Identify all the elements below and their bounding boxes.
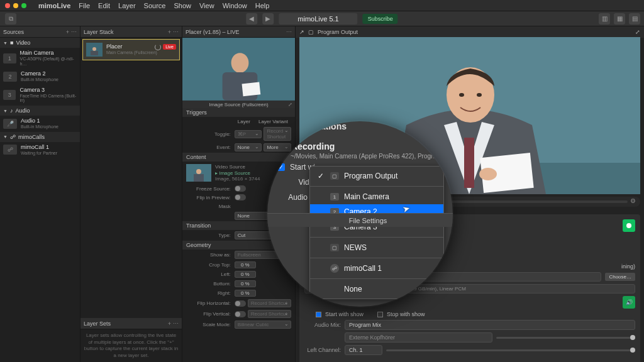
layer-preview xyxy=(182,38,295,101)
menu-mimocall-1[interactable]: ☍ mimoCall 1 xyxy=(310,261,443,276)
svg-point-19 xyxy=(626,223,631,228)
layers-more-button[interactable]: ⋯ xyxy=(173,29,179,35)
layers-panel: Layer Stack +⋯ PlacerMain Camera (Fullsc… xyxy=(80,26,182,362)
menu-news[interactable]: ▢ NEWS xyxy=(310,240,443,255)
triggers-group: Triggers xyxy=(182,108,295,117)
add-source-button[interactable]: + xyxy=(66,29,69,35)
camera-icon: 2 xyxy=(3,72,17,82)
output-device-select[interactable]: Externe Kopfhörer xyxy=(345,332,492,343)
freeze-toggle[interactable] xyxy=(235,185,246,192)
source-mimocall-1[interactable]: ☍ mimoCall 1Waiting for Partner xyxy=(0,142,80,158)
source-camera-3[interactable]: 3 Camera 3FaceTime HD Camera (Built-in) xyxy=(0,85,80,106)
add-layer-button[interactable]: + xyxy=(168,29,171,35)
video-source-menu[interactable]: ✓ ▢ Program Output 1 Main Camera 2 Camer… xyxy=(309,166,444,299)
props-more-button[interactable]: ⋯ xyxy=(286,29,292,35)
source-camera-2[interactable]: 2 Camera 2Built-in Microphone xyxy=(0,69,80,85)
loading-icon xyxy=(155,44,161,50)
menubar: mimoLive File Edit Layer Source Show Vie… xyxy=(0,0,644,11)
toolbar-nav-prev[interactable]: ◀ xyxy=(246,13,257,25)
menu-edit[interactable]: Edit xyxy=(98,2,110,9)
crop-bottom-input[interactable]: 0 % xyxy=(235,280,256,287)
toolbar-btn-1[interactable]: ⧉ xyxy=(5,13,16,25)
check-icon: ✓ xyxy=(318,172,325,180)
variant-shortcut[interactable]: Record Shortcut xyxy=(264,127,291,141)
left-channel-slider[interactable] xyxy=(386,349,635,351)
toggle-shortcut[interactable]: ⌘P xyxy=(235,130,262,138)
sources-more-button[interactable]: ⋯ xyxy=(71,29,77,35)
menu-source[interactable]: Source xyxy=(144,2,166,9)
menu-help[interactable]: Help xyxy=(255,2,270,9)
window-traffic-lights[interactable] xyxy=(5,3,26,8)
close-icon[interactable] xyxy=(5,3,10,8)
menu-main-camera[interactable]: 1 Main Camera xyxy=(310,189,443,204)
sources-title: Sources xyxy=(3,29,24,35)
toolbar-layout-2[interactable]: ▦ xyxy=(614,13,625,25)
layer-placer[interactable]: PlacerMain Camera (Fullscreen) Live xyxy=(83,40,179,60)
layer-sets-header: Layer Sets +⋯ xyxy=(80,318,182,329)
crop-right-input[interactable]: 0 % xyxy=(235,290,256,297)
scale-mode-select[interactable]: Bilinear Cubic xyxy=(235,321,291,329)
menu-layer[interactable]: Layer xyxy=(118,2,136,9)
layers-header: Layer Stack +⋯ xyxy=(80,26,182,38)
expand-icon[interactable]: ⤢ xyxy=(635,29,640,35)
left-channel-select[interactable]: Ch. 1 xyxy=(345,345,382,355)
file-settings-bar[interactable]: File Settings xyxy=(267,213,453,227)
layer-sets-more-button[interactable]: ⋯ xyxy=(173,321,179,327)
flip-v-toggle[interactable] xyxy=(235,311,246,317)
monitor-icon[interactable]: ▢ xyxy=(308,29,314,35)
flip-h-shortcut[interactable]: Record Shortcut xyxy=(248,299,291,307)
zoom-icon[interactable] xyxy=(21,3,26,8)
magnifier-overlay: Destinations File Recording ▼~/Movies, M… xyxy=(267,121,453,307)
sources-group-audio[interactable]: ▼♪Audio xyxy=(0,106,80,116)
content-thumb xyxy=(186,164,211,182)
minimize-icon[interactable] xyxy=(13,3,18,8)
sources-group-calls[interactable]: ▼☍mimoCalls xyxy=(0,132,80,142)
live-badge[interactable]: Live xyxy=(163,44,176,50)
flip-v-shortcut[interactable]: Record Shortcut xyxy=(248,310,291,318)
content-group: Content xyxy=(182,153,295,162)
flip-h-toggle[interactable] xyxy=(235,300,246,307)
flip-preview-toggle[interactable] xyxy=(235,194,246,200)
volume-slider[interactable] xyxy=(496,337,635,339)
audio-indicator[interactable]: 🔊 xyxy=(623,296,635,309)
add-layer-set-button[interactable]: + xyxy=(168,321,171,327)
subscribe-button[interactable]: Subscribe xyxy=(363,14,398,24)
expand-icon[interactable]: ⤢ xyxy=(288,102,292,107)
menu-separator xyxy=(310,278,443,279)
crop-left-input[interactable]: 0 % xyxy=(235,271,256,278)
toolbar-layout-3[interactable]: ▤ xyxy=(629,13,640,25)
toolbar-layout-1[interactable]: ▥ xyxy=(599,13,610,25)
svg-point-14 xyxy=(459,93,464,97)
menu-program-output[interactable]: ✓ ▢ Program Output xyxy=(310,168,443,184)
camera-icon: 1 xyxy=(330,193,339,200)
mag-recording-path: ~/Movies, Main Camera (Apple ProRes 422)… xyxy=(291,153,453,160)
audio-mix-select[interactable]: Program Mix xyxy=(345,320,635,330)
menu-view[interactable]: View xyxy=(199,2,214,9)
gear-icon[interactable]: ⚙ xyxy=(630,197,639,206)
variant-more-select[interactable]: More xyxy=(264,143,291,151)
external-icon[interactable]: ↗ xyxy=(299,29,304,35)
menu-window[interactable]: Window xyxy=(223,2,247,9)
svg-rect-12 xyxy=(464,138,474,188)
record-indicator[interactable] xyxy=(623,219,635,232)
start-with-show-checkbox[interactable] xyxy=(316,312,321,317)
toolbar-nav-next[interactable]: ▶ xyxy=(262,13,274,25)
monitor-icon: ▢ xyxy=(330,244,339,251)
stop-with-show-checkbox[interactable] xyxy=(377,312,383,317)
sources-group-video[interactable]: ▼■Video xyxy=(0,38,80,48)
layers-title: Layer Stack xyxy=(84,29,114,35)
camera-icon: 3 xyxy=(3,90,16,100)
app-name[interactable]: mimoLive xyxy=(38,2,70,9)
event-select[interactable]: None xyxy=(235,143,262,151)
source-audio-1[interactable]: 🎤 Audio 1Built-in Microphone xyxy=(0,116,80,132)
svg-rect-2 xyxy=(91,51,98,55)
choose-folder-button[interactable]: Choose… xyxy=(605,273,635,281)
menu-show[interactable]: Show xyxy=(174,2,191,9)
layer-thumbnail xyxy=(86,43,103,57)
menu-file[interactable]: File xyxy=(79,2,90,9)
monitor-icon: ▢ xyxy=(330,172,339,180)
program-title: Program Output xyxy=(318,29,358,35)
source-main-camera[interactable]: 1 Main CameraVC-A50PN (Default) @-ndi-h… xyxy=(0,48,80,69)
sources-panel: Sources +⋯ ▼■Video 1 Main CameraVC-A50PN… xyxy=(0,26,80,362)
crop-top-input[interactable]: 0 % xyxy=(235,261,256,268)
